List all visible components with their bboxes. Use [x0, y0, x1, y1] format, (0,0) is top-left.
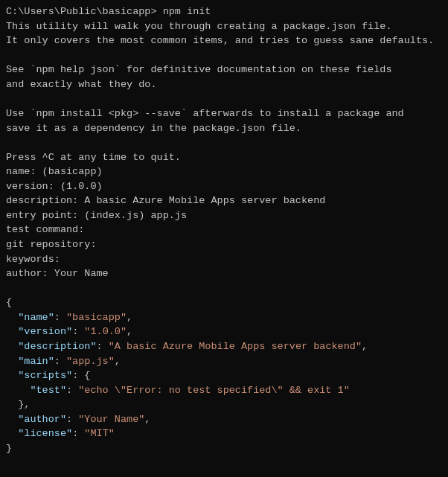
output-line-4: and exactly what they do.: [6, 77, 442, 92]
blank-line-3: [6, 135, 442, 150]
json-test: "test": "echo \"Error: no test specified…: [6, 383, 442, 398]
output-line-6: save it as a dependency in the package.j…: [6, 121, 442, 136]
json-license: "license": "MIT": [6, 426, 442, 441]
output-line-7: Press ^C at any time to quit.: [6, 150, 442, 165]
json-main: "main": "app.js",: [6, 354, 442, 369]
output-line-15: author: Your Name: [6, 266, 442, 281]
blank-line-1: [6, 48, 442, 63]
json-name: "name": "basicapp",: [6, 310, 442, 325]
output-line-11: entry point: (index.js) app.js: [6, 208, 442, 223]
output-line-3: See `npm help json` for definitive docum…: [6, 63, 442, 77]
json-close-brace: }: [6, 441, 442, 456]
output-line-2: It only covers the most common items, an…: [6, 33, 442, 48]
json-scripts-close: },: [6, 397, 442, 412]
output-line-10: description: A basic Azure Mobile Apps s…: [6, 193, 442, 208]
blank-line-5: [6, 455, 442, 470]
json-scripts-open: "scripts": {: [6, 368, 442, 383]
output-line-13: git repository:: [6, 237, 442, 252]
json-author: "author": "Your Name",: [6, 412, 442, 427]
json-open-brace: {: [6, 295, 442, 310]
output-line-14: keywords:: [6, 252, 442, 267]
output-line-5: Use `npm install <pkg> --save` afterward…: [6, 106, 442, 121]
output-line-8: name: (basicapp): [6, 164, 442, 179]
terminal-window[interactable]: C:\Users\Public\basicapp> npm init This …: [0, 0, 448, 477]
blank-line-4: [6, 281, 442, 296]
command-line: C:\Users\Public\basicapp> npm init: [6, 4, 442, 19]
output-line-12: test command:: [6, 223, 442, 237]
output-line-9: version: (1.0.0): [6, 179, 442, 194]
output-line-1: This utility will walk you through creat…: [6, 19, 442, 34]
blank-line-2: [6, 92, 442, 106]
blank-line-6: [6, 470, 442, 477]
json-description: "description": "A basic Azure Mobile App…: [6, 339, 442, 354]
json-version: "version": "1.0.0",: [6, 324, 442, 339]
